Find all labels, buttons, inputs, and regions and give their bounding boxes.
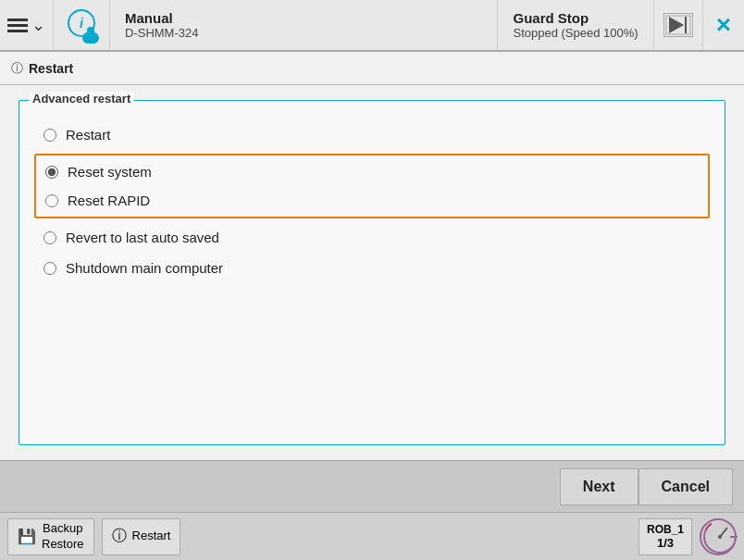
radio-restart[interactable]: [43, 129, 56, 142]
restart-footer-icon: ⓘ: [112, 527, 127, 546]
footer: 💾 Backup Restore ⓘ Restart ROB_1 1/3: [0, 512, 744, 560]
info-person-icon: i: [63, 6, 100, 44]
chevron-down-icon[interactable]: ⌄: [31, 15, 45, 35]
svg-text:i: i: [80, 16, 84, 31]
rob-badge: ROB_1 1/3: [639, 518, 692, 555]
option-group: Restart Reset system Reset RAPID Revert …: [34, 119, 710, 283]
close-button[interactable]: ×: [703, 0, 744, 50]
backup-restore-label: Backup Restore: [42, 521, 84, 553]
restart-footer-label: Restart: [132, 529, 171, 544]
footer-right: ROB_1 1/3: [639, 518, 737, 555]
status-sub: Stopped (Speed 100%): [513, 26, 638, 40]
header-center: Manual D-SHMM-324: [110, 0, 497, 50]
menu-area[interactable]: ⌄: [0, 0, 54, 50]
hamburger-icon[interactable]: [7, 19, 28, 32]
close-icon[interactable]: ×: [716, 12, 731, 38]
header-device: D-SHMM-324: [125, 26, 482, 40]
svg-point-10: [718, 535, 722, 539]
action-bar: Next Cancel: [0, 460, 744, 512]
radio-shutdown[interactable]: [43, 262, 56, 275]
info-button[interactable]: i: [54, 0, 110, 50]
header-mode: Manual: [125, 10, 482, 26]
speed-icon: [700, 518, 737, 555]
restart-footer-button[interactable]: ⓘ Restart: [102, 518, 181, 555]
flag-icon: [663, 13, 693, 37]
flag-area[interactable]: [653, 0, 703, 50]
option-reset-system-label: Reset system: [68, 164, 152, 180]
app-header: ⌄ i Manual D-SHMM-324 Guard Stop Stopped…: [0, 0, 744, 52]
radio-reset-system[interactable]: [45, 166, 58, 179]
status-title: Guard Stop: [513, 10, 638, 26]
speed-dial-icon: [701, 518, 735, 555]
radio-revert[interactable]: [43, 231, 56, 244]
option-reset-system[interactable]: Reset system: [36, 157, 708, 186]
option-shutdown[interactable]: Shutdown main computer: [34, 253, 710, 283]
rob-name: ROB_1: [647, 523, 684, 536]
option-revert-label: Revert to last auto saved: [66, 230, 219, 245]
next-button[interactable]: Next: [560, 468, 639, 505]
backup-restore-button[interactable]: 💾 Backup Restore: [7, 518, 94, 555]
subheader: ⓘ Restart: [0, 52, 744, 85]
option-restart-label: Restart: [66, 127, 110, 143]
flag-symbol: [665, 15, 691, 35]
option-shutdown-label: Shutdown main computer: [66, 260, 223, 276]
advanced-restart-group: Advanced restart Restart Reset system Re…: [19, 100, 725, 445]
backup-icon: 💾: [18, 528, 36, 545]
main-content: Advanced restart Restart Reset system Re…: [0, 85, 744, 460]
header-status: Guard Stop Stopped (Speed 100%): [497, 0, 652, 50]
cancel-button[interactable]: Cancel: [639, 468, 733, 505]
group-legend: Advanced restart: [29, 92, 134, 106]
orange-highlight-group: Reset system Reset RAPID: [34, 154, 710, 218]
rob-fraction: 1/3: [657, 536, 674, 551]
option-revert[interactable]: Revert to last auto saved: [34, 222, 710, 253]
restart-icon: ⓘ: [11, 60, 23, 77]
option-reset-rapid[interactable]: Reset RAPID: [36, 186, 708, 215]
page-title: Restart: [29, 61, 73, 76]
option-reset-rapid-label: Reset RAPID: [68, 193, 150, 208]
svg-point-3: [87, 27, 94, 34]
option-restart[interactable]: Restart: [34, 119, 710, 150]
radio-reset-rapid[interactable]: [45, 194, 58, 207]
